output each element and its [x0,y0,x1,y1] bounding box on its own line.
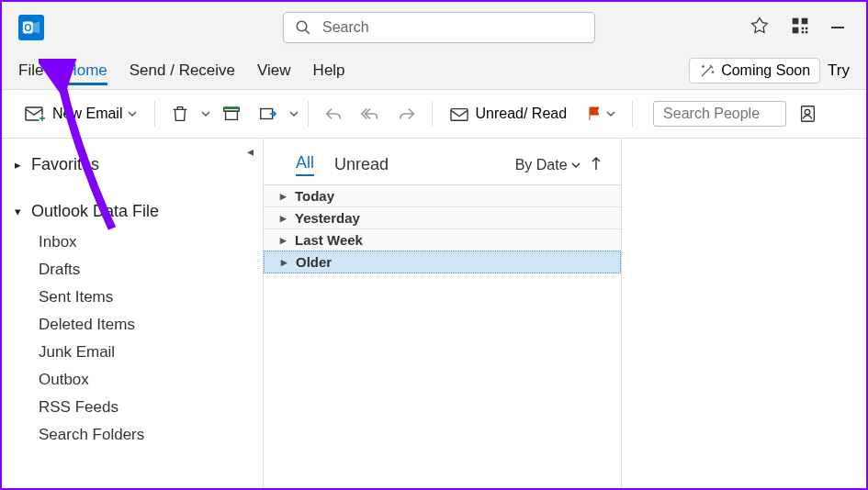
titlebar: O Search [2,2,866,52]
group-older[interactable]: ▸Older [264,251,621,273]
folder-pane: ◂ ▸Favorites ▾Outlook Data File Inbox Dr… [2,139,264,488]
svg-rect-4 [793,17,799,24]
separator [308,101,309,127]
message-list: All Unread By Date ▸Today ▸Yesterday ▸La… [264,139,622,488]
chevron-down-icon [606,109,615,118]
svg-rect-8 [806,27,808,29]
svg-line-3 [305,29,310,34]
chevron-down-icon [128,109,137,118]
svg-rect-10 [806,30,808,33]
data-file-label: Outlook Data File [31,202,159,221]
content-area: ◂ ▸Favorites ▾Outlook Data File Inbox Dr… [2,139,866,488]
folder-deleted-items[interactable]: Deleted Items [11,311,252,339]
flag-icon [587,106,603,122]
ribbon: New Email Unread/ Read [2,89,866,139]
wand-icon [699,62,716,79]
svg-point-21 [805,109,810,115]
svg-rect-16 [226,111,238,119]
qr-icon[interactable] [791,17,809,39]
tab-home[interactable]: Home [65,56,107,85]
delete-button[interactable] [164,98,196,129]
svg-text:O: O [24,22,31,32]
flag-button[interactable] [580,102,623,126]
try-label[interactable]: Try [828,61,850,80]
group-label: Today [295,188,334,204]
data-file-section[interactable]: ▾Outlook Data File [11,195,252,228]
svg-rect-7 [802,27,805,29]
outlook-logo: O [18,15,44,40]
filter-row: All Unread By Date [264,146,621,185]
sort-label: By Date [515,157,568,173]
premium-icon[interactable] [750,17,769,39]
new-email-button[interactable]: New Email [17,100,145,128]
new-email-label: New Email [52,106,122,122]
svg-rect-5 [802,17,808,24]
search-placeholder: Search [322,19,369,36]
address-book-button[interactable] [792,98,823,129]
sort-button[interactable]: By Date [515,157,581,173]
mail-icon [25,105,47,123]
separator [632,101,633,127]
chevron-down-icon [571,161,581,170]
group-today[interactable]: ▸Today [264,184,621,207]
group-label: Yesterday [295,210,360,226]
filter-all[interactable]: All [296,153,314,176]
folder-inbox[interactable]: Inbox [11,228,252,256]
separator [154,101,155,127]
minimize-button[interactable] [831,27,844,28]
reply-all-button[interactable] [355,98,386,129]
svg-rect-20 [802,106,815,122]
delete-dropdown[interactable] [201,109,210,118]
svg-rect-6 [793,27,799,33]
folder-outbox[interactable]: Outbox [11,366,252,394]
favorites-section[interactable]: ▸Favorites [11,148,252,182]
group-label: Older [296,254,332,270]
svg-point-11 [703,66,705,68]
unread-read-label: Unread/ Read [475,106,567,122]
global-search-input[interactable]: Search [283,12,595,43]
group-yesterday[interactable]: ▸Yesterday [264,206,621,229]
filter-unread[interactable]: Unread [334,155,389,174]
tab-view[interactable]: View [257,56,291,85]
move-button[interactable] [253,98,284,129]
unread-read-button[interactable]: Unread/ Read [442,102,574,126]
folder-junk-email[interactable]: Junk Email [11,339,252,366]
reading-pane [622,139,866,488]
coming-soon-label: Coming Soon [721,62,810,79]
favorites-label: Favorites [31,155,99,174]
search-icon [295,19,311,36]
coming-soon-button[interactable]: Coming Soon [689,58,820,84]
tab-file[interactable]: File [18,56,43,85]
svg-point-12 [712,72,714,73]
folder-drafts[interactable]: Drafts [11,256,252,284]
folder-search-folders[interactable]: Search Folders [11,421,252,449]
tab-bar: File Home Send / Receive View Help Comin… [2,52,866,89]
tab-send-receive[interactable]: Send / Receive [130,56,235,85]
envelope-icon [449,106,469,122]
separator [432,101,433,127]
archive-button[interactable] [216,98,247,129]
reply-button[interactable] [318,98,349,129]
forward-button[interactable] [391,98,423,129]
search-people-input[interactable] [653,101,786,127]
tab-help[interactable]: Help [313,56,345,85]
svg-point-2 [297,21,307,31]
group-label: Last Week [295,232,363,248]
move-dropdown[interactable] [289,109,299,118]
arrow-up-icon [590,156,603,171]
svg-rect-9 [802,30,805,33]
svg-rect-19 [451,109,468,121]
sort-direction-button[interactable] [590,156,603,174]
collapse-pane-button[interactable]: ◂ [247,144,254,159]
folder-sent-items[interactable]: Sent Items [11,284,252,311]
folder-rss-feeds[interactable]: RSS Feeds [11,394,252,421]
group-last-week[interactable]: ▸Last Week [264,228,621,251]
